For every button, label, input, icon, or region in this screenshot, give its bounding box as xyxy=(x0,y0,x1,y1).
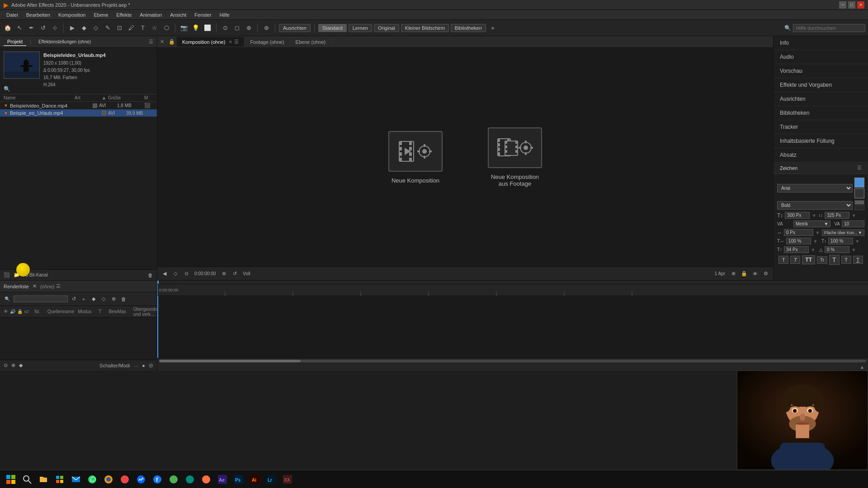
text-fmt-TT[interactable]: TT xyxy=(802,255,815,264)
rotate-icon[interactable]: ↺ xyxy=(38,23,48,33)
project-search-input[interactable] xyxy=(12,86,153,92)
tl-expand-icon[interactable]: ▲ xyxy=(860,365,864,370)
vert-dropdown-icon[interactable]: ▼ xyxy=(855,239,860,244)
menu-animation[interactable]: Animation xyxy=(136,11,165,19)
menu-hilfe[interactable]: Hilfe xyxy=(216,11,233,19)
text-fmt-T2[interactable]: T xyxy=(790,256,800,264)
comp-tab-komposition-close[interactable]: ✕ xyxy=(229,40,232,44)
right-panel-vorschau[interactable]: Vorschau xyxy=(774,64,868,78)
taskbar-messenger-icon[interactable] xyxy=(134,472,148,487)
tsuki-dropdown-icon[interactable]: ▼ xyxy=(851,247,856,253)
taskbar-lr-icon[interactable]: Lr xyxy=(264,472,278,487)
comp-btn-6[interactable]: ⊕ xyxy=(729,269,738,278)
kleiner-bildschirm-btn[interactable]: Kleiner Bildschirm xyxy=(401,24,449,32)
font-leading-input[interactable] xyxy=(825,212,849,219)
timeline-menu-icon[interactable]: ☰ xyxy=(56,283,61,289)
indent-dropdown-icon[interactable]: ▼ xyxy=(815,230,820,235)
projekt-tab[interactable]: Projekt xyxy=(4,38,26,46)
null-icon[interactable]: ⊙ xyxy=(220,23,230,33)
text-fmt-Tr[interactable]: Tr xyxy=(817,256,827,264)
cube-icon[interactable]: ⬜ xyxy=(203,23,212,33)
comp-tab-komposition[interactable]: Komposition (ohne) ✕ ☰ xyxy=(177,37,245,47)
text-fmt-T4[interactable]: T xyxy=(841,256,851,264)
right-panel-info[interactable]: Info xyxy=(774,36,868,50)
comp-btn-9[interactable]: ⚙ xyxy=(761,269,770,278)
taskbar-whatsapp-icon[interactable] xyxy=(85,472,99,487)
comp-btn-4[interactable]: ⊛ xyxy=(219,269,228,278)
comp-tab-lock-icon[interactable]: 🔒 xyxy=(167,39,177,45)
tracking-input[interactable] xyxy=(842,221,864,227)
comp-tab-close-left[interactable]: ✕ xyxy=(157,39,167,45)
search-input[interactable] xyxy=(793,24,865,32)
tl-bottom-icon2[interactable]: ⊕ xyxy=(11,362,15,368)
tl-btn-2[interactable]: + xyxy=(80,295,88,303)
file-item-dance[interactable]: ▼ Beispielvideo_Dance.mp4 AVI 1,8 MB ⬛ xyxy=(0,102,157,109)
effekteinstellungen-tab[interactable]: Effekteinstellungen (ohne) xyxy=(35,38,94,45)
panel-menu-icon[interactable]: ☰ xyxy=(149,39,153,45)
comp-btn-1[interactable]: ◀ xyxy=(160,269,169,278)
text-fmt-T1[interactable]: T xyxy=(778,256,788,264)
taskbar-icon12[interactable] xyxy=(183,472,197,487)
taskbar-icon13[interactable] xyxy=(199,472,213,487)
maximize-button[interactable]: □ xyxy=(848,1,855,9)
comp-tab-footage[interactable]: Footage (ohne) xyxy=(245,38,290,47)
menu-effekte[interactable]: Effekte xyxy=(113,11,135,19)
baseline-input[interactable] xyxy=(784,246,809,253)
tl-btn-4[interactable]: ◇ xyxy=(99,295,108,303)
taskbar-search-icon[interactable] xyxy=(20,472,34,487)
taskbar-ai-icon[interactable]: Ai xyxy=(248,472,262,487)
home-icon[interactable]: 🏠 xyxy=(3,23,13,33)
right-panel-tracker[interactable]: Tracker xyxy=(774,120,868,134)
schalter-modi-label[interactable]: Schalter/Modi xyxy=(99,363,130,368)
text-fmt-T3[interactable]: T xyxy=(829,255,840,265)
taskbar-icon11[interactable] xyxy=(166,472,181,487)
select-icon[interactable]: ⊹ xyxy=(50,23,60,33)
right-panel-audio[interactable]: Audio xyxy=(774,50,868,64)
standard-btn[interactable]: Standard xyxy=(318,24,347,32)
indent-type-dropdown[interactable]: Fläche über Kon...▼ xyxy=(822,230,864,236)
right-panel-bibliotheken[interactable]: Bibliotheken xyxy=(774,106,868,120)
comp-tab-menu[interactable]: ☰ xyxy=(234,39,239,45)
ausrichten-btn[interactable]: Ausrichten xyxy=(279,24,311,32)
camera-icon[interactable]: 📷 xyxy=(179,23,189,33)
taskbar-ae-icon[interactable]: Ae xyxy=(215,472,230,487)
text-fmt-T5[interactable]: T xyxy=(853,256,863,264)
menu-ebene[interactable]: Ebene xyxy=(90,11,112,19)
font-size-dropdown-icon[interactable]: ▼ xyxy=(811,213,816,218)
taskbar-firefox-icon[interactable] xyxy=(101,472,116,487)
taskbar-facebook-icon[interactable]: f xyxy=(150,472,165,487)
tsuki-input[interactable] xyxy=(825,246,849,253)
bibliotheken-btn[interactable]: Bibliotheken xyxy=(451,24,486,32)
font-size-input[interactable] xyxy=(785,212,810,219)
menu-datei[interactable]: Datei xyxy=(3,11,22,19)
metrics-dropdown[interactable]: Metrik▼ xyxy=(793,221,830,227)
taskbar-icon8[interactable] xyxy=(118,472,132,487)
font-leading-dropdown-icon[interactable]: ▼ xyxy=(851,213,856,218)
taskbar-mail-icon[interactable] xyxy=(69,472,83,487)
snap-icon[interactable]: ⊛ xyxy=(261,23,271,33)
comp-btn-8[interactable]: 👁 xyxy=(750,269,760,278)
menu-fenster[interactable]: Fenster xyxy=(191,11,215,19)
panel-btn-delete[interactable]: 🗑 xyxy=(146,271,154,279)
minimize-button[interactable]: ─ xyxy=(839,1,846,9)
comp-btn-5[interactable]: ↺ xyxy=(230,269,239,278)
close-button[interactable]: ✕ xyxy=(857,1,864,9)
font-color-bg[interactable] xyxy=(854,188,864,198)
taskbar-icon18[interactable]: XX xyxy=(280,472,295,487)
taskbar-explorer-icon[interactable] xyxy=(36,472,51,487)
expand-icon[interactable]: » xyxy=(488,23,498,33)
tool6-icon[interactable]: 🖊 xyxy=(126,23,136,33)
font-style-select[interactable]: Bold xyxy=(777,201,853,210)
tl-scroll-thumb[interactable] xyxy=(159,360,301,362)
tl-btn-5[interactable]: ⊕ xyxy=(109,295,118,303)
file-item-urlaub[interactable]: ▼ Beispie_eo_Urlaub.mp4 AVI 39,9 MB xyxy=(0,109,157,117)
zeichen-menu-icon[interactable]: ☰ xyxy=(857,165,862,171)
comp-btn-7[interactable]: 🔒 xyxy=(740,269,749,278)
taskbar-ps-icon[interactable]: Ps xyxy=(231,472,246,487)
right-panel-effekte[interactable]: Effekte und Vorgaben xyxy=(774,78,868,92)
tl-bottom-icon5[interactable]: ◎ xyxy=(149,362,153,368)
tool2-icon[interactable]: ◆ xyxy=(79,23,89,33)
tl-btn-1[interactable]: ↺ xyxy=(70,295,78,303)
menu-bearbeiten[interactable]: Bearbeiten xyxy=(23,11,54,19)
tool3-icon[interactable]: ◇ xyxy=(91,23,101,33)
